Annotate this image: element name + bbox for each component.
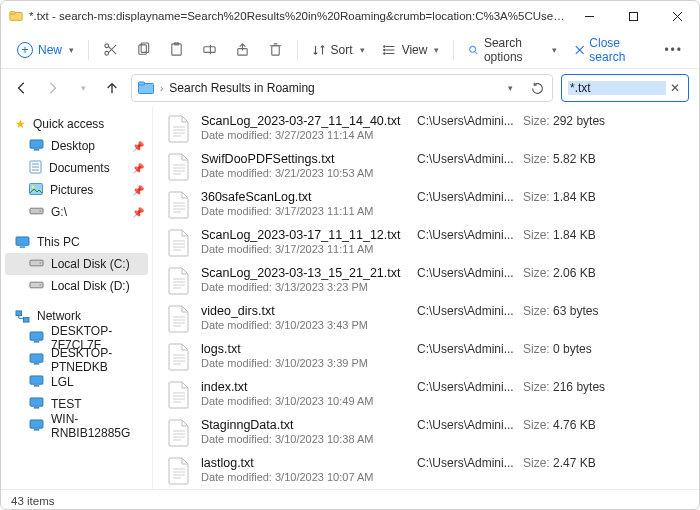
file-path: C:\Users\Admini...: [417, 456, 515, 470]
clear-search-button[interactable]: ✕: [666, 79, 684, 97]
sidebar-item[interactable]: Desktop 📌: [1, 135, 152, 157]
file-row[interactable]: logs.txt Date modified: 3/10/2023 3:39 P…: [157, 339, 699, 377]
star-icon: ★: [15, 117, 26, 131]
forward-button[interactable]: [41, 77, 63, 99]
paste-button[interactable]: [161, 36, 192, 64]
recent-button[interactable]: ▾: [71, 77, 93, 99]
svg-rect-54: [30, 375, 43, 383]
svg-rect-42: [16, 236, 29, 244]
window-title: *.txt - search-ms:displayname=Search%20R…: [29, 10, 567, 22]
more-button[interactable]: •••: [656, 36, 691, 64]
address-bar[interactable]: › Search Results in Roaming ▾: [131, 74, 553, 102]
close-search-button[interactable]: Close search: [567, 36, 652, 64]
view-button[interactable]: View ▾: [375, 36, 448, 64]
file-row[interactable]: ScanLog_2023-03-17_11_11_12.txt Date mod…: [157, 225, 699, 263]
search-input[interactable]: *.txt ✕: [561, 74, 689, 102]
svg-rect-56: [30, 397, 43, 405]
file-row[interactable]: ScanLog_2023-03-13_15_21_21.txt Date mod…: [157, 263, 699, 301]
main: ★ Quick access Desktop 📌 Documents 📌 Pic…: [1, 107, 699, 489]
file-size: Size: 292 bytes: [523, 114, 605, 128]
sidebar-this-pc[interactable]: This PC: [1, 231, 152, 253]
file-row[interactable]: ScanLog_2023-03-27_11_14_40.txt Date mod…: [157, 111, 699, 149]
text-file-icon: [165, 342, 193, 372]
file-size: Size: 2.47 KB: [523, 456, 596, 470]
svg-rect-57: [34, 407, 40, 408]
file-date: Date modified: 3/10/2023 10:38 AM: [201, 433, 409, 445]
chevron-down-icon: ▾: [69, 45, 74, 55]
search-options-button[interactable]: Search options ▾: [460, 36, 565, 64]
sidebar-label: Quick access: [33, 117, 104, 131]
file-date: Date modified: 3/13/2023 3:23 PM: [201, 281, 409, 293]
file-row[interactable]: index.txt Date modified: 3/10/2023 10:49…: [157, 377, 699, 415]
text-file-icon: [165, 266, 193, 296]
svg-rect-50: [30, 331, 43, 339]
file-name: ScanLog_2023-03-27_11_14_40.txt: [201, 114, 409, 128]
file-row[interactable]: SwifDooPDFSettings.txt Date modified: 3/…: [157, 149, 699, 187]
text-file-icon: [165, 380, 193, 410]
pc-icon: [29, 397, 44, 412]
file-row[interactable]: StaginngData.txt Date modified: 3/10/202…: [157, 415, 699, 453]
file-row[interactable]: lastlog.txt Date modified: 3/10/2023 10:…: [157, 453, 699, 489]
share-button[interactable]: [227, 36, 258, 64]
svg-point-6: [105, 51, 109, 55]
delete-button[interactable]: [260, 36, 291, 64]
sidebar-quick-access[interactable]: ★ Quick access: [1, 113, 152, 135]
svg-rect-3: [629, 12, 637, 20]
sidebar-network-pc[interactable]: DESKTOP-PTNEDKB: [1, 349, 152, 371]
sidebar-item-label: DESKTOP-PTNEDKB: [51, 346, 144, 374]
sidebar-item[interactable]: G:\ 📌: [1, 201, 152, 223]
close-button[interactable]: [655, 1, 699, 31]
file-row[interactable]: 360safeScanLog.txt Date modified: 3/17/2…: [157, 187, 699, 225]
refresh-icon: [531, 82, 544, 95]
sidebar-item-label: LGL: [51, 375, 74, 389]
svg-rect-52: [30, 353, 43, 361]
svg-rect-1: [10, 12, 15, 15]
sidebar: ★ Quick access Desktop 📌 Documents 📌 Pic…: [1, 107, 153, 489]
rename-button[interactable]: [194, 36, 225, 64]
file-date: Date modified: 3/27/2023 11:14 AM: [201, 129, 409, 141]
file-name: SwifDooPDFSettings.txt: [201, 152, 409, 166]
refresh-button[interactable]: [526, 77, 548, 99]
ellipsis-icon: •••: [664, 43, 683, 57]
scissors-icon: [103, 42, 118, 57]
maximize-button[interactable]: [611, 1, 655, 31]
svg-rect-44: [30, 260, 43, 266]
file-list[interactable]: ScanLog_2023-03-27_11_14_40.txt Date mod…: [153, 107, 699, 489]
address-dropdown-button[interactable]: ▾: [498, 77, 520, 99]
svg-point-25: [383, 52, 384, 53]
cut-button[interactable]: [95, 36, 126, 64]
file-row[interactable]: video_dirs.txt Date modified: 3/10/2023 …: [157, 301, 699, 339]
drive-icon: [29, 279, 44, 293]
item-count: 43 items: [11, 495, 54, 507]
sidebar-network-pc[interactable]: WIN-RNBIB12885G: [1, 415, 152, 437]
file-name: ScanLog_2023-03-13_15_21_21.txt: [201, 266, 409, 280]
sidebar-item-label: Local Disk (D:): [51, 279, 130, 293]
sidebar-item-label: Pictures: [50, 183, 93, 197]
sidebar-network-pc[interactable]: LGL: [1, 371, 152, 393]
copy-button[interactable]: [128, 36, 159, 64]
sidebar-item[interactable]: Pictures 📌: [1, 179, 152, 201]
breadcrumb-segment[interactable]: Search Results in Roaming: [169, 81, 314, 95]
file-path: C:\Users\Admini...: [417, 380, 515, 394]
chevron-down-icon: ▾: [81, 83, 86, 93]
network-icon: [15, 310, 30, 323]
back-button[interactable]: [11, 77, 33, 99]
new-button[interactable]: + New ▾: [9, 36, 82, 64]
svg-point-7: [105, 44, 109, 48]
up-button[interactable]: [101, 77, 123, 99]
sidebar-item[interactable]: Documents 📌: [1, 157, 152, 179]
sidebar-item-label: G:\: [51, 205, 67, 219]
chevron-down-icon: ▾: [508, 83, 513, 93]
sidebar-drive[interactable]: Local Disk (D:): [1, 275, 152, 297]
pc-icon: [29, 353, 44, 368]
sidebar-label: This PC: [37, 235, 80, 249]
sidebar-drive[interactable]: Local Disk (C:): [5, 253, 148, 275]
view-icon: [383, 43, 397, 57]
text-file-icon: [165, 114, 193, 144]
sort-button[interactable]: Sort ▾: [304, 36, 373, 64]
file-path: C:\Users\Admini...: [417, 304, 515, 318]
sidebar-item-label: Documents: [49, 161, 110, 175]
minimize-button[interactable]: [567, 1, 611, 31]
search-folder-icon: [138, 81, 154, 95]
file-path: C:\Users\Admini...: [417, 418, 515, 432]
